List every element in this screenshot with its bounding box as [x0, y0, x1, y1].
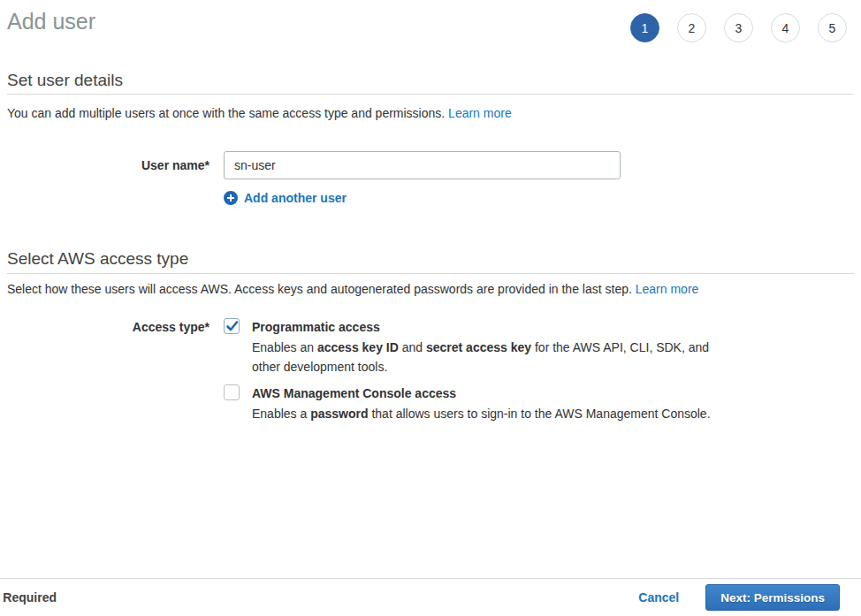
console-access-description: Enables a password that allows users to … [252, 405, 716, 424]
step-2: 2 [677, 13, 706, 42]
desc-part: that allows users to sign-in to the AWS … [369, 407, 711, 421]
footer-actions: Cancel Next: Permissions [638, 584, 840, 611]
divider [7, 273, 854, 274]
plus-icon [224, 191, 238, 205]
user-name-label: User name* [7, 158, 210, 172]
learn-more-link-user-details[interactable]: Learn more [448, 106, 512, 120]
step-5: 5 [818, 13, 847, 42]
learn-more-link-access-type[interactable]: Learn more [636, 282, 699, 296]
programmatic-access-checkbox[interactable] [224, 318, 240, 334]
step-4: 4 [771, 13, 800, 42]
desc-part: and [399, 340, 426, 354]
user-name-input[interactable] [224, 151, 621, 179]
footer: * Required Cancel Next: Permissions [0, 579, 861, 616]
user-details-description: You can add multiple users at once with … [7, 105, 512, 121]
next-permissions-button[interactable]: Next: Permissions [705, 584, 840, 611]
console-access-checkbox[interactable] [224, 384, 240, 400]
desc-part-bold: secret access key [426, 340, 531, 354]
add-another-user-button[interactable]: Add another user [224, 191, 347, 205]
access-type-label: Access type* [7, 320, 210, 334]
desc-part: Enables an [252, 340, 317, 354]
programmatic-access-title: Programmatic access [252, 320, 380, 334]
desc-part: Enables a [252, 407, 310, 421]
cancel-button[interactable]: Cancel [638, 590, 679, 605]
checkmark-icon [225, 319, 240, 333]
step-indicator: 1 2 3 4 5 [630, 13, 847, 42]
user-details-description-text: You can add multiple users at once with … [7, 106, 448, 120]
desc-part-bold: access key ID [317, 340, 399, 354]
console-access-title: AWS Management Console access [252, 386, 456, 400]
access-type-description: Select how these users will access AWS. … [7, 281, 698, 297]
desc-part-bold: password [310, 407, 368, 421]
divider [7, 94, 854, 95]
add-another-user-label: Add another user [244, 191, 347, 205]
section-heading-access-type: Select AWS access type [7, 249, 188, 269]
access-type-description-text: Select how these users will access AWS. … [7, 282, 636, 296]
step-3: 3 [724, 13, 753, 42]
programmatic-access-description: Enables an access key ID and secret acce… [252, 338, 716, 376]
required-note: * Required [0, 590, 57, 605]
step-1: 1 [630, 13, 659, 42]
page-title: Add user [7, 9, 95, 34]
section-heading-user-details: Set user details [7, 71, 123, 90]
